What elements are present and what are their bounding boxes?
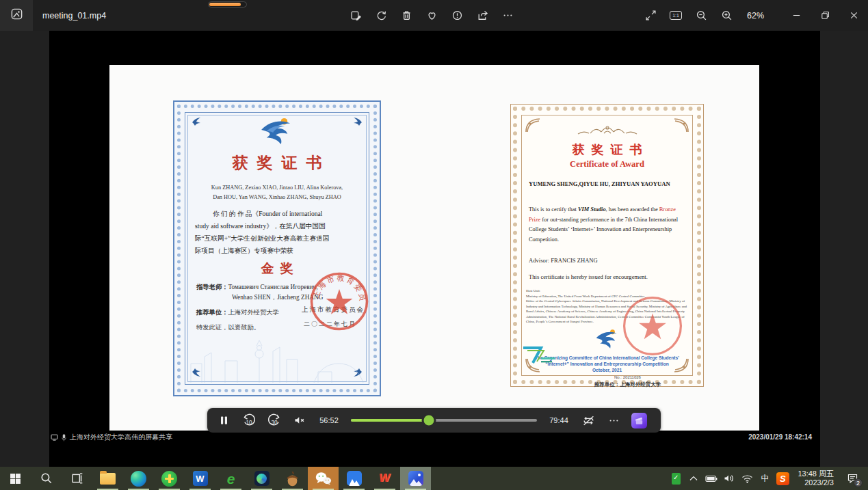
word-icon: W (193, 471, 208, 486)
internet-plus-logo-icon (257, 117, 297, 146)
certificate-right-names: YUMENG SHENG,QIYUE HU, ZHIYUAN YAOYUAN (529, 180, 685, 187)
current-time: 56:52 (317, 416, 341, 424)
seek-bar-thumb[interactable] (424, 416, 434, 426)
share-icon[interactable] (472, 5, 492, 26)
favorite-icon[interactable] (421, 5, 442, 26)
taskbar-wps[interactable]: W (369, 467, 400, 490)
more-icon[interactable] (497, 5, 518, 26)
capture-progress-pill (208, 1, 247, 8)
seek-bar[interactable] (351, 419, 537, 422)
taskbar-360-security[interactable] (154, 467, 185, 490)
taskbar-nutstore[interactable] (277, 467, 308, 490)
microphone-icon (61, 434, 67, 441)
rotate-icon[interactable] (371, 5, 391, 26)
capture-progress-fill (209, 3, 241, 6)
certificate-right-advisor: Advisor: FRANCIS ZHANG (529, 257, 685, 264)
svg-text:30: 30 (271, 420, 278, 426)
player-bar: 10 30 56:52 79:44 (207, 408, 661, 433)
sogou-ime-icon[interactable]: S (774, 467, 791, 490)
360-security-icon (161, 471, 177, 487)
battery-icon[interactable] (703, 467, 720, 490)
view-toolbar: 1:1 62% (640, 0, 770, 31)
edge-icon (131, 471, 146, 487)
file-explorer-icon (100, 473, 116, 485)
red-seal-icon (621, 295, 684, 357)
certificate-right-title-cn: 获奖证书 (523, 141, 691, 158)
taskbar-webex[interactable] (246, 467, 277, 490)
skip-back-10-button[interactable]: 10 (241, 412, 257, 428)
taskbar-mountain-app[interactable] (339, 467, 369, 490)
certificate-left-names: Kun ZHANG, Zexiao XIAO, Jintao LIU, Alin… (189, 183, 365, 202)
nutstore-acorn-icon (285, 471, 300, 487)
fullscreen-icon[interactable] (640, 5, 661, 26)
taskbar-green-browser[interactable]: e (215, 467, 246, 490)
total-time: 79:44 (547, 416, 570, 424)
video-canvas[interactable]: 获奖证书 Kun ZHANG, Zexiao XIAO, Jintao LIU,… (49, 31, 820, 467)
photos-icon (408, 471, 423, 486)
zoom-out-icon[interactable] (691, 5, 711, 26)
mute-button[interactable] (292, 412, 307, 428)
restore-icon[interactable] (811, 0, 839, 31)
viewer-stage: 获奖证书 Kun ZHANG, Zexiao XIAO, Jintao LIU,… (0, 31, 868, 467)
certificate-right-recommender: 推荐单位：上海对外经贸大学 (523, 381, 691, 388)
taskbar-photos[interactable] (400, 467, 431, 490)
player-more-button[interactable] (606, 412, 621, 428)
notification-badge: 2 (854, 478, 863, 487)
internet-plus-logo-icon (592, 329, 623, 349)
zoom-level: 62% (747, 11, 770, 21)
certificate-right-title-en: Certificate of Award (523, 159, 691, 169)
titlebar: meeting_01.mp4 (0, 0, 868, 31)
task-view-button[interactable] (62, 467, 92, 490)
wifi-icon[interactable] (739, 467, 755, 490)
close-icon[interactable] (839, 0, 868, 31)
search-button[interactable] (31, 467, 62, 490)
actual-size-icon[interactable]: 1:1 (666, 5, 686, 26)
certificate-left-body: 你 们 的 作 品《Founder of international study… (195, 208, 359, 257)
ime-indicator[interactable]: 中 (757, 467, 773, 490)
competition-mini-logo-icon (521, 345, 556, 366)
webex-icon (254, 471, 269, 486)
certificate-right: 获奖证书 Certificate of Award YUMENG SHENG,Q… (510, 104, 704, 387)
certificate-right-serial: No.: 20211026 (523, 375, 691, 379)
zoom-in-icon[interactable] (716, 5, 737, 26)
toolbar (345, 0, 518, 31)
taskbar: W e W (0, 467, 868, 490)
delete-icon[interactable] (396, 5, 417, 26)
certificates-slide: 获奖证书 Kun ZHANG, Zexiao XIAO, Jintao LIU,… (109, 65, 759, 431)
taskbar-wechat[interactable] (308, 467, 339, 490)
screen-share-text: 上海对外经贸大学高伟的屏幕共享 (70, 433, 172, 442)
taskbar-file-explorer[interactable] (92, 467, 123, 490)
skip-forward-30-button[interactable]: 30 (267, 412, 282, 428)
screen: meeting_01.mp4 (0, 0, 868, 490)
repeat-off-button[interactable] (581, 412, 596, 428)
edit-icon[interactable] (345, 5, 366, 26)
clipchamp-edit-button[interactable] (631, 413, 647, 428)
start-button[interactable] (0, 467, 31, 490)
screen-share-icon (51, 434, 58, 441)
clock-date: 2023/2/3 (798, 478, 834, 487)
certificate-right-body: This is to certify that VIM Studio, has … (529, 205, 685, 245)
video-timestamp: 2023/01/29 18:42:14 (748, 433, 812, 441)
minimize-icon[interactable] (782, 0, 811, 31)
chevron-up-icon[interactable] (685, 467, 702, 490)
info-icon[interactable] (447, 5, 467, 26)
taskbar-clock[interactable]: 13:48 周五 2023/2/3 (792, 469, 839, 487)
gallery-icon (10, 8, 23, 23)
notification-center-button[interactable]: 2 (841, 467, 864, 490)
window-controls (782, 0, 868, 31)
pause-button[interactable] (216, 412, 231, 428)
red-seal-icon: 上海市教育委员会 (308, 271, 370, 332)
see-all-photos-button[interactable] (0, 0, 33, 31)
taskbar-word[interactable]: W (185, 467, 215, 490)
clock-time: 13:48 周五 (798, 469, 834, 478)
window-title: meeting_01.mp4 (42, 0, 106, 31)
screen-share-overlay: 上海对外经贸大学高伟的屏幕共享 (51, 433, 172, 442)
seek-bar-fill (351, 419, 429, 422)
green-browser-icon: e (227, 472, 235, 486)
wechat-icon (315, 471, 332, 486)
certificate-right-issue-note: This certificate is hereby issued for en… (529, 273, 685, 280)
usb-eject-icon[interactable] (668, 467, 684, 490)
taskbar-edge-browser[interactable] (123, 467, 154, 490)
flourish-top-icon (570, 124, 645, 136)
speaker-icon[interactable] (721, 467, 737, 490)
